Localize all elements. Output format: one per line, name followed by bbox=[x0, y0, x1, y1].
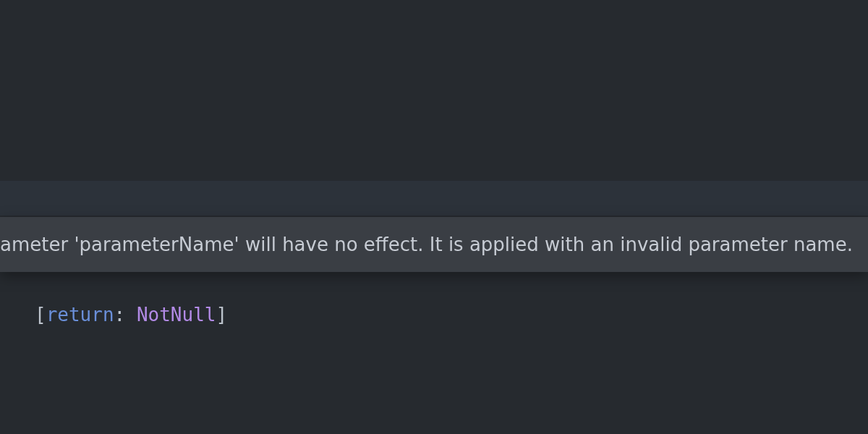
code-line-1[interactable]: [return: NotNull] bbox=[35, 297, 868, 332]
diagnostic-tooltip: ameter 'parameterName' will have no effe… bbox=[0, 217, 868, 272]
keyword-return: return bbox=[46, 304, 114, 326]
bracket-close: ] bbox=[216, 304, 227, 326]
code-editor[interactable]: [return: NotNull] public static T NotNul… bbox=[0, 0, 868, 434]
type-notnull: NotNull bbox=[137, 304, 216, 326]
diagnostic-message: ameter 'parameterName' will have no effe… bbox=[0, 234, 853, 255]
bracket-open: [ bbox=[35, 304, 46, 326]
